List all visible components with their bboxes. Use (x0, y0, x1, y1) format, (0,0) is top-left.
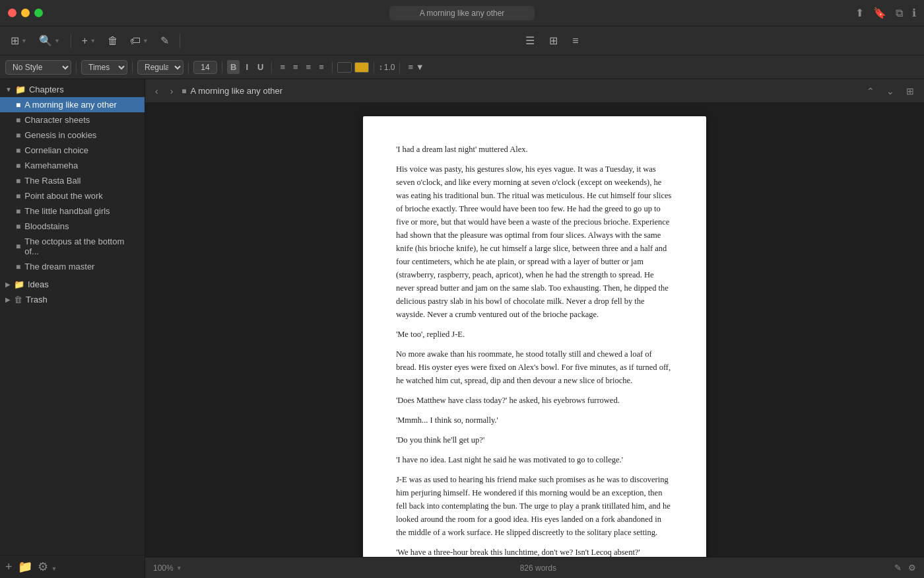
doc-icon-6: ■ (16, 192, 20, 201)
sidebar-item-label-3: Cornelian choice (24, 145, 88, 155)
toolbar-separator-1 (71, 34, 71, 48)
doc-icon-3: ■ (16, 146, 20, 155)
outline-icon: ≡ (572, 35, 578, 47)
sidebar-item-label-8: Bloodstains (24, 221, 69, 231)
breadcrumb-text: ■ A morning like any other (182, 86, 282, 96)
format-sep-8 (399, 61, 400, 73)
chapters-folder-icon: 📁 (15, 85, 26, 94)
breadcrumb-doc-icon: ■ (182, 87, 186, 96)
align-right-button[interactable]: ≡ (303, 60, 315, 74)
paragraph-2: 'Me too', replied J-E. (396, 328, 673, 341)
chapters-header[interactable]: ▼ 📁 Chapters (0, 82, 145, 97)
add-caret: ▼ (90, 38, 96, 44)
highlight-color-box[interactable] (354, 62, 369, 73)
tag-button[interactable]: 🏷 ▼ (126, 32, 152, 50)
import-button[interactable]: 📁 (18, 560, 32, 574)
sidebar-item-8[interactable]: ■ Bloodstains (0, 219, 145, 234)
view-grid-button[interactable]: ⊞ (545, 32, 562, 50)
title-bar: ✎ Epic team ⬆ 🔖 ⧉ ℹ (0, 0, 924, 26)
view-icon: ⊞ (11, 34, 19, 47)
share-icon[interactable]: ⬆ (855, 7, 864, 19)
format-sep-6 (332, 61, 333, 73)
doc-icon-8: ■ (16, 222, 20, 231)
font-select[interactable]: Times Helvetica Arial Georgia (81, 60, 127, 75)
line-height-button[interactable]: ↕ 1.0 (379, 63, 395, 72)
ideas-label: Ideas (28, 279, 49, 289)
sidebar-item-3[interactable]: ■ Cornelian choice (0, 143, 145, 158)
underline-button[interactable]: U (254, 60, 267, 74)
edit-button[interactable]: ✎ (156, 32, 173, 50)
footer-settings-icon[interactable]: ⚙ (908, 563, 916, 573)
format-sep-2 (132, 61, 133, 73)
zoom-control[interactable]: 100% ▼ (153, 563, 182, 573)
sidebar-item-0[interactable]: ■ A morning like any other (0, 97, 145, 112)
format-sep-3 (188, 61, 189, 73)
maximize-button[interactable] (34, 9, 43, 17)
search-caret: ▼ (54, 38, 60, 44)
sidebar-item-9[interactable]: ■ The octopus at the bottom of... (0, 234, 145, 259)
text-color-box[interactable] (337, 62, 352, 73)
sidebar-item-6[interactable]: ■ Point about the work (0, 188, 145, 203)
add-icon: + (82, 35, 88, 47)
line-height-icon: ↕ (379, 63, 383, 72)
view-outline-button[interactable]: ≡ (568, 32, 582, 50)
tag-icon: 🏷 (130, 35, 141, 47)
doc-icon-0: ■ (16, 100, 20, 110)
trash-icon: 🗑 (108, 35, 118, 47)
sidebar-item-label-7: The little handball girls (24, 206, 110, 216)
close-button[interactable] (8, 9, 16, 17)
view-caret: ▼ (21, 38, 27, 44)
delete-button[interactable]: 🗑 (104, 32, 122, 50)
sidebar-item-label-0: A morning like any other (24, 100, 116, 110)
ideas-folder-icon: 📁 (14, 279, 24, 289)
sidebar-item-2[interactable]: ■ Genesis in cookies (0, 127, 145, 143)
search-icon: 🔍 (39, 34, 52, 47)
title-search-input[interactable] (389, 6, 535, 20)
footer-edit-icon[interactable]: ✎ (894, 563, 902, 573)
weight-select[interactable]: Regular Bold Italic (137, 60, 183, 75)
collapse-up-button[interactable]: ⌃ (863, 85, 878, 98)
editor-footer: 100% ▼ 826 words ✎ ⚙ (145, 557, 924, 578)
sidebar-toggle-button[interactable]: ⊞ (903, 85, 917, 98)
add-button[interactable]: + ▼ (78, 32, 100, 50)
minimize-button[interactable] (21, 9, 30, 17)
paragraph-9: 'We have a three-hour break this lunchti… (396, 546, 673, 557)
sidebar-item-10[interactable]: ■ The dream master (0, 259, 145, 274)
align-justify-button[interactable]: ≡ (315, 60, 327, 74)
new-folder-button[interactable]: + (5, 560, 13, 574)
toolbar-separator-2 (180, 34, 180, 48)
info-icon[interactable]: ℹ (912, 7, 916, 19)
collapse-down-button[interactable]: ⌄ (883, 85, 898, 98)
breadcrumb-back-button[interactable]: ‹ (152, 85, 162, 98)
font-size-input[interactable] (193, 61, 217, 74)
view-toggle-button[interactable]: ⊞ ▼ (7, 32, 31, 50)
format-bar: No Style Heading 1 Heading 2 Body Times … (0, 55, 924, 79)
bold-button[interactable]: B (227, 60, 240, 74)
document-page: 'I had a dream last night' muttered Alex… (363, 116, 706, 557)
title-actions: ⬆ 🔖 ⧉ ℹ (855, 7, 916, 19)
paragraph-6: 'Do you think he'll get up?' (396, 433, 673, 447)
paragraph-0: 'I had a dream last night' muttered Alex… (396, 143, 673, 156)
format-sep-7 (374, 61, 374, 73)
settings-button[interactable]: ⚙ ▼ (38, 560, 57, 574)
italic-button[interactable]: I (242, 60, 251, 74)
search-button[interactable]: 🔍 ▼ (35, 32, 64, 50)
sidebar-item-7[interactable]: ■ The little handball girls (0, 203, 145, 219)
sidebar-item-4[interactable]: ■ Kamehameha (0, 158, 145, 173)
editor-scroll[interactable]: 'I had a dream last night' muttered Alex… (145, 103, 924, 557)
style-select[interactable]: No Style Heading 1 Heading 2 Body (5, 60, 71, 75)
sidebar-item-5[interactable]: ■ The Rasta Ball (0, 173, 145, 188)
align-center-button[interactable]: ≡ (290, 60, 302, 74)
paragraph-5: 'Mmmh... I think so, normally.' (396, 414, 673, 427)
align-left-button[interactable]: ≡ (277, 60, 288, 74)
list-button[interactable]: ≡ ▼ (405, 60, 427, 74)
zoom-value: 100% (153, 563, 174, 573)
bookmark-icon[interactable]: 🔖 (873, 7, 886, 19)
expand-icon[interactable]: ⧉ (896, 7, 903, 19)
view-list-button[interactable]: ☰ (521, 32, 539, 50)
ideas-header[interactable]: ▶ 📁 Ideas (0, 277, 145, 292)
breadcrumb-forward-button[interactable]: › (167, 85, 177, 98)
sidebar-item-1[interactable]: ■ Character sheets (0, 112, 145, 127)
trash-header[interactable]: ▶ 🗑 Trash (0, 292, 145, 307)
trash-arrow: ▶ (5, 296, 11, 303)
